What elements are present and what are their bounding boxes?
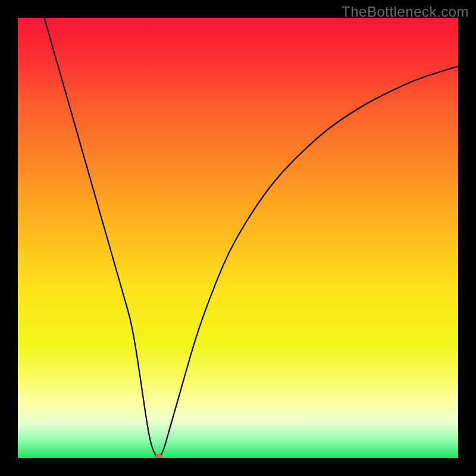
chart-svg — [18, 18, 458, 458]
gradient-background — [18, 18, 458, 458]
watermark-label: TheBottleneck.com — [342, 4, 469, 20]
chart-frame: TheBottleneck.com — [0, 0, 476, 476]
plot-area — [18, 18, 458, 458]
